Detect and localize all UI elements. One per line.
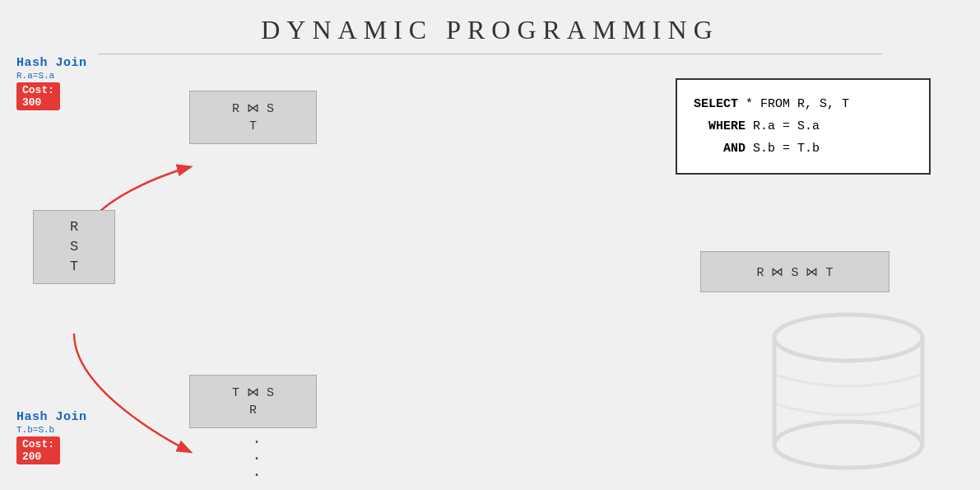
node-ts-r-line1: T ⋈ S	[232, 385, 274, 402]
hash-join-top-condition: R.a=S.a	[16, 71, 54, 81]
result-node: R ⋈ S ⋈ T	[700, 251, 889, 292]
database-icon	[758, 309, 939, 474]
node-rs-t: R ⋈ S T	[189, 91, 317, 144]
title-divider	[98, 54, 882, 54]
result-node-label: R ⋈ S ⋈ T	[756, 264, 833, 280]
sql-line1: SELECT * FROM R, S, T	[694, 93, 913, 115]
page-title: DYNAMIC PROGRAMMING	[0, 0, 980, 54]
sql-line2: WHERE R.a = S.a	[694, 115, 913, 138]
svg-point-0	[774, 315, 922, 361]
dots-indicator: ···	[252, 434, 263, 483]
hash-join-top: Hash Join R.a=S.a Cost: 300	[16, 56, 87, 110]
node-rs-t-line1: R ⋈ S	[232, 100, 274, 118]
node-ts-r-line2: R	[232, 402, 274, 419]
sql-box: SELECT * FROM R, S, T WHERE R.a = S.a AN…	[676, 78, 931, 175]
node-rs-t-line2: T	[232, 118, 274, 135]
hash-join-top-title: Hash Join	[16, 56, 87, 70]
hash-join-bottom-cost: Cost: 200	[16, 436, 60, 464]
node-ts-r: T ⋈ S R	[189, 375, 317, 428]
sql-line3: AND S.b = T.b	[694, 138, 913, 160]
hash-join-bottom: Hash Join T.b=S.b Cost: 200	[16, 410, 87, 464]
hash-join-bottom-title: Hash Join	[16, 410, 87, 424]
svg-point-3	[774, 422, 922, 468]
node-rst: RST	[33, 210, 115, 284]
hash-join-bottom-condition: T.b=S.b	[16, 425, 54, 435]
hash-join-top-cost: Cost: 300	[16, 82, 60, 110]
